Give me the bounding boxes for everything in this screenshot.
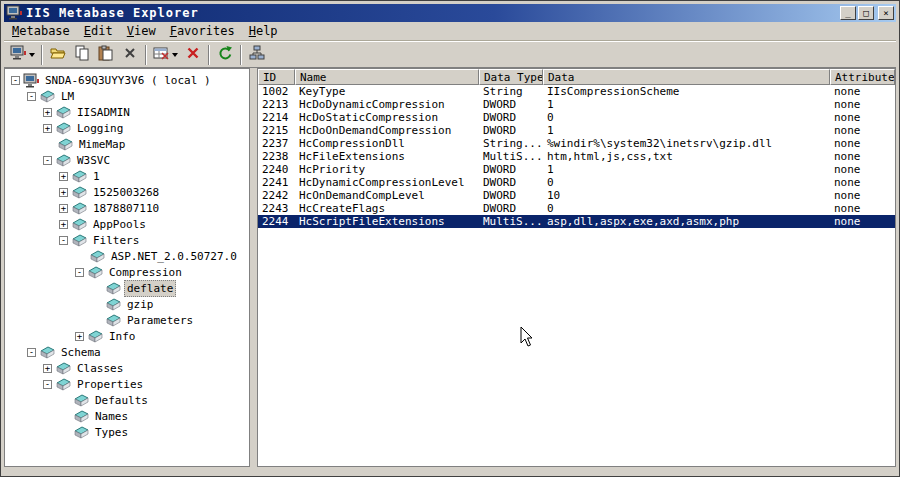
refresh-button[interactable]	[213, 44, 237, 66]
dropdown-arrow-icon[interactable]	[29, 53, 35, 57]
table-row[interactable]: 2213HcDoDynamicCompressionDWORD1none	[258, 98, 895, 111]
collapse-icon[interactable]: -	[59, 236, 68, 245]
column-header-name[interactable]: Name	[295, 69, 479, 85]
menu-bar: MetabaseEditViewFavoritesHelp	[4, 22, 896, 41]
minimize-button[interactable]: _	[840, 6, 856, 20]
key-icon	[73, 425, 89, 439]
tree-item-label[interactable]: Logging	[74, 120, 126, 137]
dropdown-arrow-icon[interactable]	[172, 53, 178, 57]
tree-item-label[interactable]: LM	[58, 88, 77, 105]
column-header-data-type[interactable]: Data Type	[479, 69, 543, 85]
paste-icon	[98, 45, 114, 65]
delete-button[interactable]	[118, 44, 142, 66]
table-row[interactable]: 2237HcCompressionDllString...%windir%\sy…	[258, 137, 895, 150]
connect-button[interactable]	[7, 44, 38, 66]
menu-metabase[interactable]: Metabase	[5, 22, 77, 40]
tree-item-label[interactable]: 1	[90, 168, 103, 185]
tree-item-label[interactable]: Info	[106, 328, 139, 345]
tree-item-label[interactable]: Defaults	[92, 392, 151, 409]
new-record-button[interactable]	[150, 44, 181, 66]
cell-data-type: MultiS...	[479, 150, 543, 163]
tree-item: +1878807110	[5, 200, 249, 216]
table-row[interactable]: 2241HcDynamicCompressionLevelDWORD0none	[258, 176, 895, 189]
collapse-icon[interactable]: -	[43, 156, 52, 165]
expand-icon[interactable]: +	[75, 332, 84, 341]
menu-help[interactable]: Help	[242, 22, 285, 40]
tree-item-label[interactable]: Compression	[106, 264, 185, 281]
key-icon	[105, 297, 121, 311]
panel-splitter[interactable]	[250, 68, 257, 467]
open-button[interactable]	[46, 44, 70, 66]
tree-item-label[interactable]: deflate	[124, 280, 176, 297]
collapse-icon[interactable]: -	[75, 268, 84, 277]
paste-button[interactable]	[94, 44, 118, 66]
collapse-icon[interactable]: -	[27, 92, 36, 101]
tree-item-label[interactable]: Classes	[74, 360, 126, 377]
tree-item-label[interactable]: MimeMap	[76, 136, 128, 153]
tree-item-label[interactable]: W3SVC	[74, 152, 113, 169]
tree-item-label[interactable]: ASP.NET_2.0.50727.0	[108, 248, 240, 265]
menu-view[interactable]: View	[120, 22, 163, 40]
metabase-tree: -SNDA-69Q3UYY3V6 ( local )-LM+IISADMIN+L…	[4, 68, 250, 467]
key-icon	[71, 185, 87, 199]
column-header-data[interactable]: Data	[543, 69, 830, 85]
tree-item-label[interactable]: Types	[92, 424, 131, 441]
tree-item-label[interactable]: IISADMIN	[74, 104, 133, 121]
close-button[interactable]: ×	[878, 6, 894, 20]
table-row[interactable]: 2242HcOnDemandCompLevelDWORD10none	[258, 189, 895, 202]
tree-item-label[interactable]: 1525003268	[90, 184, 162, 201]
tree-item-label[interactable]: Properties	[74, 376, 146, 393]
table-row[interactable]: 1002KeyTypeStringIIsCompressionSchemenon…	[258, 85, 895, 98]
expand-icon[interactable]: +	[43, 108, 52, 117]
column-header-attributes[interactable]: Attributes	[830, 69, 895, 85]
cell-id: 2238	[258, 150, 295, 163]
cell-attributes: none	[830, 176, 895, 189]
maximize-button[interactable]: □	[858, 6, 874, 20]
cell-name: HcDynamicCompressionLevel	[295, 176, 479, 189]
expand-icon[interactable]: +	[59, 204, 68, 213]
tree-item-label[interactable]: gzip	[124, 296, 157, 313]
tree-item: -Properties	[5, 376, 249, 392]
expand-icon[interactable]: +	[43, 364, 52, 373]
tree-item-label[interactable]: Schema	[58, 344, 104, 361]
cell-attributes: none	[830, 137, 895, 150]
expand-icon[interactable]: +	[43, 124, 52, 133]
menu-edit[interactable]: Edit	[77, 22, 120, 40]
table-row[interactable]: 2215HcDoOnDemandCompressionDWORD1none	[258, 124, 895, 137]
collapse-icon[interactable]: -	[43, 380, 52, 389]
column-header-id[interactable]: ID	[258, 69, 295, 85]
tree-item-label[interactable]: SNDA-69Q3UYY3V6 ( local )	[42, 72, 214, 89]
tree-item-label[interactable]: AppPools	[90, 216, 149, 233]
table-row[interactable]: 2244HcScriptFileExtensionsMultiS...asp,d…	[258, 215, 895, 228]
tree-item-label[interactable]: Names	[92, 408, 131, 425]
delete-red-icon	[185, 45, 201, 65]
tree-item: +IISADMIN	[5, 104, 249, 120]
title-bar[interactable]: IIS Metabase Explorer _ □ ×	[4, 4, 896, 22]
computer-icon	[23, 73, 39, 87]
collapse-icon[interactable]: -	[11, 76, 20, 85]
key-icon	[71, 169, 87, 183]
tree-item-label[interactable]: Parameters	[124, 312, 196, 329]
menu-favorites[interactable]: Favorites	[163, 22, 242, 40]
tree-item: +Classes	[5, 360, 249, 376]
copy-button[interactable]	[70, 44, 94, 66]
table-row[interactable]: 2243HcCreateFlagsDWORD0none	[258, 202, 895, 215]
cell-data-type: DWORD	[479, 124, 543, 137]
expand-icon[interactable]: +	[59, 220, 68, 229]
tree-item-label[interactable]: Filters	[90, 232, 142, 249]
network-button[interactable]	[245, 44, 269, 66]
table-row[interactable]: 2240HcPriorityDWORD1none	[258, 163, 895, 176]
table-row[interactable]: 2238HcFileExtensionsMultiS...htm,html,js…	[258, 150, 895, 163]
key-icon	[89, 249, 105, 263]
delete-record-button[interactable]	[181, 44, 205, 66]
tree-item: Names	[5, 408, 249, 424]
tree-item-label[interactable]: 1878807110	[90, 200, 162, 217]
collapse-icon[interactable]: -	[27, 348, 36, 357]
expand-icon[interactable]: +	[59, 172, 68, 181]
cell-data-type: DWORD	[479, 176, 543, 189]
expand-icon[interactable]: +	[59, 188, 68, 197]
table-row[interactable]: 2214HcDoStaticCompressionDWORD0none	[258, 111, 895, 124]
tree-item: -Filters	[5, 232, 249, 248]
cell-id: 2215	[258, 124, 295, 137]
cell-data-type: DWORD	[479, 98, 543, 111]
